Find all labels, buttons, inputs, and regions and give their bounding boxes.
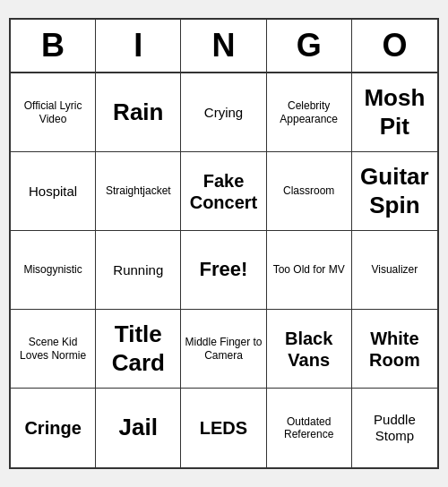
bingo-cell[interactable]: Crying (181, 73, 266, 152)
bingo-cell[interactable]: Classroom (267, 152, 352, 231)
cell-text: Straightjacket (106, 184, 171, 197)
bingo-cell[interactable]: Celebrity Appearance (267, 73, 352, 152)
bingo-cell[interactable]: Running (96, 231, 181, 310)
header-letter: O (352, 20, 437, 72)
cell-text: Rain (113, 98, 163, 126)
header-letter: G (267, 20, 352, 72)
bingo-cell[interactable]: Official Lyric Video (11, 73, 96, 152)
header-letter: B (11, 20, 96, 72)
bingo-cell[interactable]: Free! (181, 231, 266, 310)
bingo-cell[interactable]: Visualizer (352, 231, 437, 310)
bingo-cell[interactable]: LEDS (181, 389, 266, 467)
bingo-cell[interactable]: Middle Finger to Camera (181, 310, 266, 389)
bingo-header: BINGO (11, 20, 437, 73)
bingo-cell[interactable]: Jail (96, 389, 181, 467)
bingo-cell[interactable]: Title Card (96, 310, 181, 389)
cell-text: Hospital (29, 184, 77, 200)
header-letter: I (96, 20, 181, 72)
bingo-cell[interactable]: Mosh Pit (352, 73, 437, 152)
bingo-cell[interactable]: Cringe (11, 389, 96, 467)
cell-text: Visualizer (371, 263, 418, 276)
bingo-grid: Official Lyric VideoRainCryingCelebrity … (11, 73, 437, 467)
cell-text: Guitar Spin (356, 163, 434, 218)
cell-text: LEDS (200, 417, 247, 439)
cell-text: Scene Kid Loves Normie (14, 336, 91, 362)
bingo-cell[interactable]: Puddle Stomp (352, 389, 437, 467)
bingo-cell[interactable]: Rain (96, 73, 181, 152)
bingo-cell[interactable]: Too Old for MV (267, 231, 352, 310)
bingo-card: BINGO Official Lyric VideoRainCryingCele… (9, 18, 439, 469)
cell-text: Cringe (24, 417, 81, 439)
bingo-cell[interactable]: Hospital (11, 152, 96, 231)
cell-text: Jail (119, 414, 158, 441)
bingo-cell[interactable]: Black Vans (267, 310, 352, 389)
cell-text: Misogynistic (23, 263, 82, 276)
cell-text: Title Card (99, 320, 177, 376)
bingo-cell[interactable]: Guitar Spin (352, 152, 437, 231)
header-letter: N (181, 20, 266, 72)
cell-text: Official Lyric Video (14, 99, 91, 125)
cell-text: Too Old for MV (273, 263, 345, 276)
bingo-cell[interactable]: White Room (352, 310, 437, 389)
cell-text: Puddle Stomp (356, 412, 434, 444)
cell-text: Classroom (283, 184, 334, 197)
bingo-cell[interactable]: Scene Kid Loves Normie (11, 310, 96, 389)
cell-text: Fake Concert (185, 170, 262, 213)
bingo-cell[interactable]: Outdated Reference (267, 389, 352, 467)
cell-text: Running (113, 262, 163, 278)
cell-text: Crying (204, 105, 243, 121)
cell-text: Outdated Reference (271, 415, 348, 441)
cell-text: Middle Finger to Camera (185, 336, 262, 362)
cell-text: Black Vans (271, 328, 348, 371)
cell-text: Celebrity Appearance (271, 99, 348, 125)
cell-text: Mosh Pit (356, 84, 434, 140)
bingo-cell[interactable]: Straightjacket (96, 152, 181, 231)
bingo-cell[interactable]: Fake Concert (181, 152, 266, 231)
cell-text: Free! (200, 258, 248, 281)
cell-text: White Room (356, 328, 434, 371)
bingo-cell[interactable]: Misogynistic (11, 231, 96, 310)
